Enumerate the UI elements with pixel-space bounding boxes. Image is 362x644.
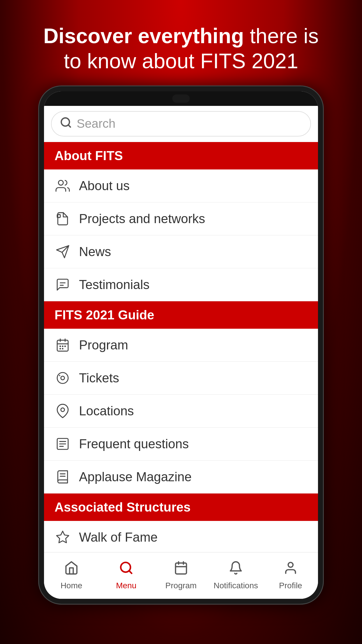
menu-item-walk-of-fame[interactable]: Walk of Fame [44,521,318,552]
header-text: Discover everything there is to know abo… [26,0,336,85]
svg-point-20 [61,408,65,412]
calendar-icon [55,337,71,353]
phone-screen: Search About FITS [44,91,318,599]
about-us-label: About us [79,178,130,193]
section-header-associated-label: Associated Structures [55,500,191,514]
projects-networks-label: Projects and networks [79,211,205,226]
news-label: News [79,244,111,259]
documents-icon [55,211,71,227]
nav-program-label: Program [165,581,196,590]
ticket-icon [55,370,71,386]
svg-line-29 [129,571,132,573]
search-bar[interactable]: Search [51,111,311,136]
nav-menu[interactable]: Menu [99,552,154,599]
section-header-about-fits-label: About FITS [55,148,123,163]
nav-notifications-label: Notifications [214,581,258,590]
chat-icon [55,276,71,293]
camera-notch [172,94,190,103]
menu-item-program[interactable]: Program [44,329,318,362]
section-header-about-fits: About FITS [44,142,318,169]
bottom-navigation: Home Menu [44,552,318,599]
svg-point-18 [61,376,65,380]
location-icon [55,403,71,419]
section-header-fits-guide: FITS 2021 Guide [44,301,318,329]
nav-profile-label: Profile [279,581,302,590]
nav-notifications[interactable]: Notifications [208,552,263,599]
testimonials-label: Testimonials [79,277,150,292]
svg-marker-27 [57,531,69,543]
book-icon [55,469,71,485]
program-label: Program [79,338,128,352]
star-icon [55,529,71,545]
locations-label: Locations [79,404,134,418]
frequent-questions-label: Frequent questions [79,437,189,451]
menu-nav-icon [119,561,133,579]
svg-point-17 [57,372,68,384]
menu-list: About FITS About us [44,142,318,552]
phone-device: Search About FITS [38,85,324,605]
section-header-associated-structures: Associated Structures [44,494,318,521]
svg-point-2 [58,180,63,185]
nav-program[interactable]: Program [154,552,208,599]
status-bar [44,91,318,106]
section-header-fits-guide-label: FITS 2021 Guide [55,308,154,322]
menu-item-locations[interactable]: Locations [44,395,318,428]
menu-item-testimonials[interactable]: Testimonials [44,268,318,301]
search-placeholder: Search [77,117,115,131]
search-bar-wrapper: Search [44,106,318,142]
menu-item-projects-networks[interactable]: Projects and networks [44,202,318,235]
menu-item-frequent-questions[interactable]: Frequent questions [44,428,318,461]
nav-profile[interactable]: Profile [263,552,318,599]
app-content: Search About FITS [44,106,318,599]
menu-item-news[interactable]: News [44,235,318,268]
applause-magazine-label: Applause Magazine [79,470,191,484]
svg-rect-30 [175,563,187,574]
people-icon [55,178,71,194]
search-icon [60,116,72,131]
home-nav-icon [64,561,79,579]
send-icon [55,244,71,260]
bell-nav-icon [229,561,243,579]
menu-item-applause-magazine[interactable]: Applause Magazine [44,461,318,494]
person-nav-icon [283,561,298,579]
svg-rect-3 [57,214,60,217]
svg-point-19 [59,375,60,376]
faq-icon [55,436,71,452]
svg-point-34 [288,563,293,568]
nav-home[interactable]: Home [44,552,99,599]
svg-line-1 [68,125,71,127]
menu-item-tickets[interactable]: Tickets [44,362,318,395]
menu-item-about-us[interactable]: About us [44,169,318,202]
nav-home-label: Home [61,581,82,590]
calendar-nav-icon [174,561,188,579]
walk-of-fame-label: Walk of Fame [79,530,158,545]
nav-menu-label: Menu [116,581,136,590]
tickets-label: Tickets [79,371,119,385]
